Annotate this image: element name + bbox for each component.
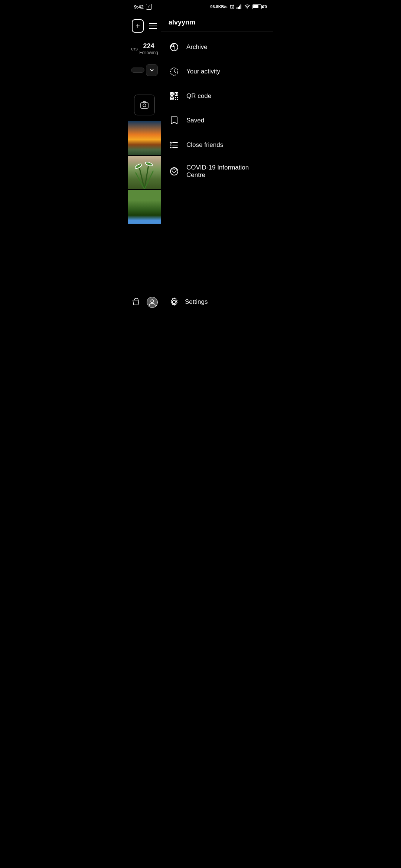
- your-activity-label: Your activity: [186, 68, 220, 75]
- svg-rect-5: [239, 6, 240, 9]
- close-friends-icon: [169, 139, 180, 151]
- archive-label: Archive: [186, 43, 208, 51]
- svg-line-10: [139, 167, 144, 189]
- photo-thumb-plant[interactable]: [128, 156, 161, 189]
- saved-icon: [169, 115, 180, 126]
- svg-point-38: [173, 300, 176, 304]
- hamburger-menu-button[interactable]: [149, 23, 157, 29]
- profile-circle-icon: [149, 299, 156, 306]
- person-camera-icon: [139, 100, 150, 110]
- edit-follow-row: [128, 59, 161, 76]
- chevron-down-icon: [150, 68, 154, 72]
- svg-line-20: [174, 72, 176, 72]
- following-count: 224: [139, 42, 158, 50]
- status-bar: 9:42 ✓ 96.8KB/s 70: [128, 0, 273, 13]
- photo-grid: [128, 121, 161, 225]
- shop-nav-button[interactable]: [131, 297, 141, 308]
- svg-rect-29: [175, 99, 176, 100]
- activity-svg: [169, 66, 179, 77]
- drawer-header: alvyynm: [161, 13, 273, 32]
- settings-row[interactable]: Settings: [161, 291, 273, 313]
- time-display: 9:42: [134, 4, 144, 10]
- qr-svg: [169, 91, 179, 101]
- main-layout: + ers 224 Following: [128, 13, 273, 313]
- svg-line-12: [136, 172, 144, 189]
- archive-svg: [169, 42, 179, 52]
- svg-marker-34: [170, 141, 172, 144]
- menu-item-your-activity[interactable]: Your activity: [161, 59, 273, 84]
- profile-photo-add-icon[interactable]: [134, 95, 155, 115]
- archive-icon: [169, 42, 180, 53]
- drawer-username: alvyynm: [169, 19, 195, 26]
- saved-svg: [169, 115, 179, 126]
- photo-thumb-sunset[interactable]: [128, 121, 161, 155]
- battery-percent: 70: [263, 4, 267, 9]
- svg-rect-3: [237, 7, 238, 9]
- left-panel: + ers 224 Following: [128, 13, 161, 313]
- shop-icon: [131, 297, 141, 306]
- svg-marker-36: [170, 147, 172, 148]
- wifi-icon: [244, 4, 250, 9]
- signal-icon: [237, 4, 242, 9]
- right-drawer: alvyynm Archive: [161, 13, 273, 313]
- qr-icon: [169, 91, 180, 102]
- profile-nav-button[interactable]: [147, 297, 158, 308]
- qr-code-label: QR code: [186, 92, 211, 100]
- menu-item-saved[interactable]: Saved: [161, 108, 273, 133]
- covid-svg: [169, 166, 179, 177]
- svg-point-14: [134, 163, 142, 170]
- bottom-nav-left: [128, 291, 161, 313]
- activity-icon: [169, 66, 180, 77]
- svg-rect-28: [177, 97, 178, 98]
- svg-point-7: [247, 9, 248, 9]
- close-friends-label: Close friends: [186, 141, 223, 149]
- settings-label: Settings: [185, 298, 208, 306]
- menu-item-covid[interactable]: COVID-19 Information Centre: [161, 157, 273, 185]
- network-speed: 96.8KB/s: [210, 4, 227, 9]
- covid-icon: [169, 166, 180, 177]
- drawer-menu: Archive Your activity: [161, 32, 273, 291]
- status-right: 96.8KB/s 70: [210, 4, 267, 9]
- svg-rect-6: [240, 4, 241, 9]
- top-icons: +: [128, 18, 161, 39]
- saved-label: Saved: [186, 117, 204, 124]
- svg-rect-27: [175, 97, 176, 98]
- menu-item-close-friends[interactable]: Close friends: [161, 133, 273, 157]
- alarm-icon: [229, 4, 235, 9]
- svg-rect-26: [171, 98, 173, 99]
- svg-point-16: [151, 300, 154, 303]
- svg-point-37: [170, 168, 178, 175]
- svg-point-15: [145, 161, 153, 167]
- following-section: 224 Following: [139, 39, 158, 59]
- covid-label: COVID-19 Information Centre: [186, 164, 265, 179]
- following-label: Following: [139, 50, 158, 55]
- menu-item-qr-code[interactable]: QR code: [161, 84, 273, 108]
- checkmark-icon: ✓: [146, 4, 152, 10]
- close-friends-svg: [169, 140, 179, 150]
- settings-gear-svg: [169, 297, 179, 307]
- svg-rect-24: [176, 93, 177, 95]
- svg-point-9: [143, 104, 146, 107]
- svg-rect-4: [238, 7, 239, 9]
- menu-item-archive[interactable]: Archive: [161, 35, 273, 59]
- new-post-button[interactable]: +: [132, 19, 144, 33]
- battery-indicator: 70: [252, 4, 267, 9]
- status-left: 9:42 ✓: [134, 4, 152, 10]
- edit-profile-button[interactable]: [131, 68, 144, 73]
- svg-rect-30: [177, 99, 178, 100]
- svg-marker-35: [170, 144, 172, 146]
- chevron-down-button[interactable]: [146, 64, 158, 76]
- settings-icon: [169, 296, 180, 308]
- photo-thumb-shoe[interactable]: [128, 190, 161, 224]
- plant-svg: [128, 156, 161, 189]
- svg-rect-22: [171, 93, 173, 95]
- followers-partial-label: ers: [131, 39, 138, 52]
